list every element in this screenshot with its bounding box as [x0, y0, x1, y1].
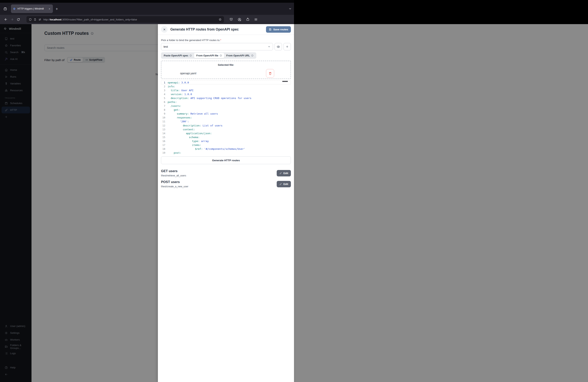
drawer-header: Generate HTTP routes from OpenAPI spec S… — [158, 24, 294, 35]
chevron-down-icon — [268, 45, 271, 48]
pencil-icon — [279, 183, 282, 185]
code-line: 4 version: 1.0.0 — [161, 92, 291, 96]
save-icon — [269, 28, 272, 31]
edit-label: Edit — [283, 172, 288, 175]
code-line: 19 post: — [161, 151, 291, 155]
pencil-icon — [279, 172, 282, 174]
route-name: GET users — [161, 169, 186, 173]
selected-file-name: openapi.yaml — [180, 72, 196, 75]
code-line: 3 title: User API — [161, 88, 291, 92]
code-line: 1openapi: 3.0.0 — [161, 81, 291, 85]
toolbar-right-icons — [230, 18, 258, 21]
code-line: 10 responses: — [161, 116, 291, 120]
tab-label: From OpenAPI URL — [226, 54, 250, 57]
extensions-puzzle-icon[interactable] — [246, 18, 250, 21]
eye-icon — [277, 45, 280, 48]
url-text[interactable]: http://localhost:3000/routes?filter_path… — [43, 18, 217, 21]
selected-file-box: Selected file: openapi.yaml — [161, 61, 291, 79]
code-line: 7 /users: — [161, 104, 291, 108]
code-line: 15 schema: — [161, 135, 291, 139]
code-line: 8 get: — [161, 108, 291, 112]
drawer-body: Pick a folder to bind the generated HTTP… — [158, 35, 294, 191]
folder-select[interactable]: test — [161, 43, 273, 50]
browser-tab[interactable]: HTTP triggers | Windmill × — [11, 4, 53, 13]
code-line: 6paths: — [161, 100, 291, 104]
tab-from-file[interactable]: From OpenAPI file — [194, 53, 224, 58]
code-line: 9 summary: Retrieve all users — [161, 112, 291, 116]
route-row-post-users: POST users f/test/create_a_new_user Edit — [161, 180, 291, 188]
tab-manager-icon[interactable] — [2, 6, 8, 12]
selected-file-row: openapi.yaml — [161, 69, 291, 78]
route-row-get-users: GET users f/test/retrieve_all_users Edit — [161, 169, 291, 177]
new-tab-button[interactable]: + — [56, 7, 58, 11]
browser-tab-bar: HTTP triggers | Windmill × + — [0, 3, 294, 15]
url-bar[interactable]: http://localhost:3000/routes?filter_path… — [26, 16, 224, 23]
folder-select-value: test — [164, 45, 168, 48]
code-line: 2info: — [161, 85, 291, 88]
remove-file-button[interactable] — [266, 69, 274, 78]
view-folder-button[interactable] — [274, 43, 282, 50]
route-info: POST users f/test/create_a_new_user — [161, 180, 188, 188]
window-titlebar — [0, 0, 294, 3]
tab-paste-spec[interactable]: Paste OpenAPI spec — [162, 53, 194, 58]
code-line: 12 description: List of users — [161, 124, 291, 127]
browser-toolbar: http://localhost:3000/routes?filter_path… — [0, 15, 294, 24]
permissions-icon[interactable] — [38, 18, 42, 21]
tab-title: HTTP triggers | Windmill — [18, 7, 46, 10]
source-tabs: Paste OpenAPI spec From OpenAPI file Fro… — [161, 52, 256, 59]
trash-icon — [269, 72, 272, 75]
save-routes-label: Save routes — [273, 28, 288, 31]
code-line: 5 description: API supporting CRUD opera… — [161, 96, 291, 100]
openapi-drawer: Generate HTTP routes from OpenAPI spec S… — [158, 24, 294, 191]
info-icon — [251, 54, 253, 57]
generate-routes-button[interactable]: Generate HTTP routes — [161, 156, 291, 164]
plus-icon — [286, 45, 289, 48]
required-asterisk: * — [220, 39, 221, 42]
add-folder-button[interactable] — [284, 43, 291, 50]
editor-scrollbar-thumb[interactable] — [282, 81, 288, 82]
info-icon — [189, 54, 192, 57]
route-name: POST users — [161, 180, 188, 184]
openapi-code-editor[interactable]: 1openapi: 3.0.0 2info: 3 title: User API… — [161, 81, 291, 155]
tab-label: Paste OpenAPI spec — [164, 54, 188, 57]
windmill-favicon — [13, 7, 16, 10]
drawer-title: Generate HTTP routes from OpenAPI spec — [170, 27, 263, 32]
save-routes-button[interactable]: Save routes — [266, 26, 291, 33]
code-line: 11 '200': — [161, 120, 291, 124]
tab-from-url[interactable]: From OpenAPI URL — [224, 53, 256, 58]
route-path: f/test/retrieve_all_users — [161, 174, 186, 177]
tab-label: From OpenAPI file — [196, 54, 218, 57]
pocket-icon[interactable] — [230, 18, 233, 21]
selected-file-label: Selected file: — [161, 64, 291, 66]
code-line: 17 items: — [161, 143, 291, 147]
account-icon[interactable] — [238, 18, 241, 21]
info-icon — [220, 54, 222, 57]
back-icon[interactable] — [3, 16, 9, 22]
code-line: 16 type: array — [161, 139, 291, 143]
menu-hamburger-icon[interactable] — [254, 18, 258, 21]
code-line: 14 application/json: — [161, 131, 291, 135]
page-info-icon[interactable] — [34, 18, 36, 21]
list-all-tabs-icon[interactable] — [289, 7, 292, 10]
edit-label: Edit — [283, 183, 288, 186]
code-line: 18 $ref: '#/components/schemas/User' — [161, 147, 291, 151]
generated-routes-list: GET users f/test/retrieve_all_users Edit… — [161, 169, 291, 188]
close-icon — [163, 28, 166, 31]
bookmark-star-icon[interactable] — [219, 18, 222, 21]
close-drawer-button[interactable] — [161, 26, 168, 33]
folder-label: Pick a folder to bind the generated HTTP… — [161, 39, 291, 42]
folder-select-row: test — [161, 43, 291, 50]
route-path: f/test/create_a_new_user — [161, 185, 188, 188]
route-info: GET users f/test/retrieve_all_users — [161, 169, 186, 177]
edit-route-button[interactable]: Edit — [277, 170, 291, 176]
tab-separator — [9, 6, 9, 11]
code-line: 13 content: — [161, 127, 291, 131]
reload-icon[interactable] — [15, 16, 21, 22]
shield-icon[interactable] — [29, 18, 32, 21]
forward-icon[interactable] — [9, 16, 15, 22]
tab-close-icon[interactable]: × — [48, 7, 51, 11]
edit-route-button[interactable]: Edit — [277, 181, 291, 187]
